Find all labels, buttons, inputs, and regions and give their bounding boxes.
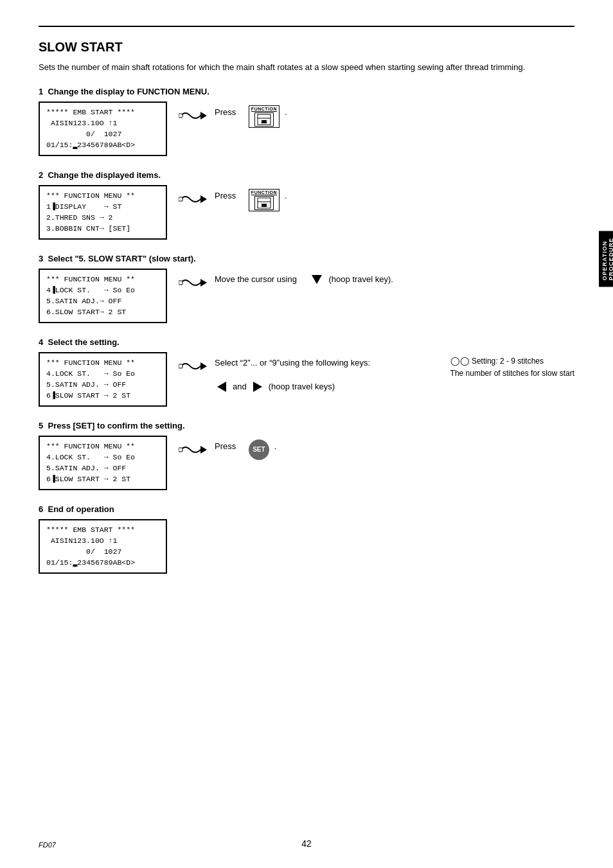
- step-3-lcd: *** FUNCTION MENU ** 4▐LOCK ST. → So Eo …: [39, 269, 167, 323]
- svg-marker-0: [200, 112, 207, 120]
- top-border: [39, 26, 574, 27]
- step-1: 1 Change the display to FUNCTION MENU.**…: [39, 87, 574, 156]
- step-4-content: *** FUNCTION MENU ** 4.LOCK ST. → So Eo …: [39, 352, 574, 407]
- step-5: 5 Press [SET] to confirm the setting.***…: [39, 421, 574, 490]
- step-4-instruction: Select “2”... or “9”using the following …: [179, 356, 439, 376]
- step-6-content: ***** EMB START **** AISIN123.10O ↑1 0/ …: [39, 519, 574, 574]
- side-tab: OPERATIONPROCEDURE: [599, 231, 613, 287]
- page: SLOW START Sets the number of main shaft…: [0, 0, 613, 868]
- period: .: [285, 105, 287, 117]
- step-header-text: Select the setting.: [48, 337, 119, 347]
- svg-marker-12: [312, 275, 322, 284]
- svg-marker-15: [217, 382, 226, 392]
- function-button[interactable]: FUNCTION: [249, 105, 280, 128]
- step-4-note: ◯◯ Setting: 2 - 9 stitchesThe number of …: [450, 352, 574, 380]
- step-4-right: Select “2”... or “9”using the following …: [179, 352, 439, 394]
- step-header-text: Press [SET] to confirm the setting.: [48, 421, 184, 430]
- step-1-content: ***** EMB START **** AISIN123.10O ↑1 0/ …: [39, 102, 574, 156]
- svg-marker-16: [253, 382, 262, 392]
- cursor-icon: [179, 439, 209, 459]
- cursor-icon: [179, 272, 209, 292]
- svg-marker-5: [200, 195, 207, 203]
- svg-rect-9: [262, 204, 267, 207]
- step-3-content: *** FUNCTION MENU ** 4▐LOCK ST. → So Eo …: [39, 269, 574, 323]
- svg-rect-6: [179, 197, 182, 201]
- step-1-lcd: ***** EMB START **** AISIN123.10O ↑1 0/ …: [39, 102, 167, 156]
- step-5-lcd: *** FUNCTION MENU ** 4.LOCK ST. → So Eo …: [39, 436, 167, 490]
- step-3-instruction: Move the cursor using (hoop travel key).: [179, 272, 574, 292]
- svg-marker-10: [200, 279, 207, 287]
- step-number: 3: [39, 254, 43, 263]
- step-2-header: 2 Change the displayed items.: [39, 170, 574, 180]
- step-header-text: End of operation: [48, 504, 114, 514]
- step-2-right: Press FUNCTION .: [179, 185, 574, 211]
- step-1-right: Press FUNCTION .: [179, 102, 574, 128]
- step-number: 4: [39, 337, 43, 347]
- steps-container: 1 Change the display to FUNCTION MENU.**…: [39, 87, 574, 574]
- page-number: 42: [301, 838, 312, 849]
- step-3: 3 Select "5. SLOW START" (slow start).**…: [39, 254, 574, 323]
- step-5-right: Press SET.: [179, 436, 574, 460]
- svg-rect-4: [262, 120, 267, 123]
- step-6-right: [179, 519, 574, 523]
- step-6-header: 6 End of operation: [39, 504, 574, 514]
- step-4-header: 4 Select the setting.: [39, 337, 574, 347]
- step-header-text: Select "5. SLOW START" (slow start).: [48, 254, 195, 263]
- step-6: 6 End of operation***** EMB START **** A…: [39, 504, 574, 574]
- hoop-travel-keys-note: (hoop travel keys): [269, 382, 335, 391]
- step-header-text: Change the display to FUNCTION MENU.: [48, 87, 209, 96]
- period: .: [285, 189, 287, 200]
- svg-rect-11: [179, 281, 182, 285]
- svg-rect-18: [179, 448, 182, 452]
- step-1-header: 1 Change the display to FUNCTION MENU.: [39, 87, 574, 96]
- step-5-instruction: Press SET.: [179, 439, 574, 460]
- cursor-icon: [179, 105, 209, 125]
- step-2-instruction-text: Press: [215, 189, 236, 200]
- step-4-instruction-text: Select “2”... or “9”using the following …: [215, 356, 370, 368]
- step-2-content: *** FUNCTION MENU ** 1▐DISPLAY → ST 2.TH…: [39, 185, 574, 240]
- svg-marker-13: [200, 362, 207, 370]
- svg-marker-17: [200, 446, 207, 454]
- step-1-instruction-text: Press: [215, 105, 236, 117]
- step-3-instruction-text: Move the cursor using: [215, 272, 297, 284]
- period: .: [274, 439, 277, 451]
- step-number: 5: [39, 421, 43, 430]
- set-button[interactable]: SET: [249, 439, 269, 460]
- footer-code: FD07: [39, 841, 56, 849]
- page-title: SLOW START: [39, 40, 574, 55]
- svg-rect-1: [179, 114, 182, 118]
- note-icon: ◯◯: [450, 356, 470, 366]
- step-3-instruction2: (hoop travel key).: [329, 272, 393, 284]
- step-header-text: Change the displayed items.: [48, 170, 161, 180]
- step-2-instruction: Press FUNCTION .: [179, 189, 574, 211]
- svg-rect-14: [179, 364, 182, 368]
- function-button[interactable]: FUNCTION: [249, 189, 280, 211]
- step-number: 2: [39, 170, 43, 180]
- step-5-header: 5 Press [SET] to confirm the setting.: [39, 421, 574, 430]
- step-3-header: 3 Select "5. SLOW START" (slow start).: [39, 254, 574, 263]
- step-1-instruction: Press FUNCTION .: [179, 105, 574, 128]
- step-5-content: *** FUNCTION MENU ** 4.LOCK ST. → So Eo …: [39, 436, 574, 490]
- cursor-icon: [179, 356, 209, 376]
- step-5-instruction-text: Press: [215, 439, 236, 451]
- step-6-lcd: ***** EMB START **** AISIN123.10O ↑1 0/ …: [39, 519, 167, 574]
- cursor-icon: [179, 189, 209, 209]
- step-4-keys-row: and (hoop travel keys): [215, 380, 439, 394]
- step-number: 6: [39, 504, 43, 514]
- step-2-lcd: *** FUNCTION MENU ** 1▐DISPLAY → ST 2.TH…: [39, 185, 167, 240]
- step-4-lcd: *** FUNCTION MENU ** 4.LOCK ST. → So Eo …: [39, 352, 167, 407]
- step-number: 1: [39, 87, 43, 96]
- step-4: 4 Select the setting.*** FUNCTION MENU *…: [39, 337, 574, 407]
- and-label: and: [233, 382, 247, 391]
- intro-text: Sets the number of main shaft rotations …: [39, 61, 574, 74]
- step-2: 2 Change the displayed items.*** FUNCTIO…: [39, 170, 574, 240]
- step-3-right: Move the cursor using (hoop travel key).: [179, 269, 574, 292]
